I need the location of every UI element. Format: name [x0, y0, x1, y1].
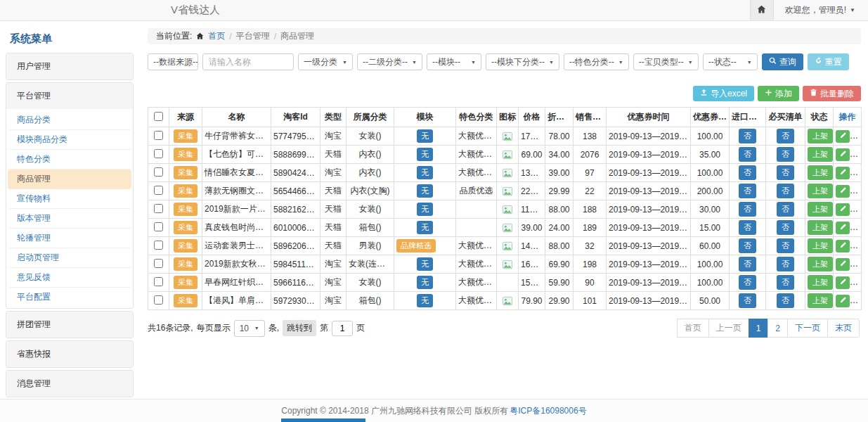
page-button[interactable]: 1: [749, 319, 769, 338]
edit-button[interactable]: [836, 148, 850, 161]
edit-button[interactable]: [836, 258, 850, 271]
row-checkbox[interactable]: [154, 149, 163, 158]
must-buy-toggle[interactable]: 否: [777, 238, 794, 253]
import-select-toggle[interactable]: 否: [739, 275, 756, 290]
import-select-toggle[interactable]: 否: [739, 184, 756, 198]
import-select-toggle[interactable]: 否: [739, 165, 756, 180]
must-buy-toggle[interactable]: 否: [777, 184, 794, 198]
filter-select[interactable]: --宝贝类型-- ▼: [633, 53, 699, 70]
batch-delete-button[interactable]: 批量删除: [803, 86, 861, 101]
jump-page-input[interactable]: [332, 321, 353, 336]
row-checkbox[interactable]: [154, 167, 163, 177]
status-toggle[interactable]: 上架: [808, 129, 833, 143]
sidebar-submenu-item[interactable]: 轮播管理: [8, 229, 131, 248]
import-select-toggle[interactable]: 否: [739, 147, 756, 162]
chevron-down-icon: ▼: [412, 60, 417, 65]
must-buy-toggle[interactable]: 否: [777, 275, 794, 290]
row-checkbox[interactable]: [154, 204, 163, 213]
import-select-toggle[interactable]: 否: [739, 220, 756, 235]
edit-button[interactable]: [836, 295, 850, 307]
must-buy-toggle[interactable]: 否: [777, 202, 794, 217]
home-button[interactable]: [750, 0, 774, 20]
status-toggle[interactable]: 上架: [808, 257, 833, 271]
row-checkbox[interactable]: [154, 259, 163, 268]
must-buy-toggle[interactable]: 否: [777, 220, 794, 235]
page-button[interactable]: 末页: [827, 319, 860, 338]
select-all-checkbox[interactable]: [154, 112, 163, 121]
edit-button[interactable]: [836, 276, 850, 289]
search-button[interactable]: 查询: [762, 53, 803, 70]
import-select-toggle[interactable]: 否: [739, 202, 756, 217]
import-select-toggle[interactable]: 否: [739, 293, 756, 308]
sidebar-submenu-item[interactable]: 模块商品分类: [8, 130, 131, 150]
sidebar-submenu-item[interactable]: 商品管理: [8, 170, 131, 189]
import-select-toggle[interactable]: 否: [739, 129, 756, 143]
sidebar-group-item[interactable]: 消息管理: [6, 371, 133, 397]
sidebar-submenu-item[interactable]: 特色分类: [8, 150, 131, 170]
status-toggle[interactable]: 上架: [808, 147, 833, 162]
icp-link[interactable]: 粤ICP备16098006号: [510, 405, 586, 417]
import-select-toggle[interactable]: 否: [739, 238, 756, 253]
status-toggle[interactable]: 上架: [808, 275, 833, 290]
page-size-select[interactable]: 10 ▼: [234, 320, 265, 337]
must-buy-toggle[interactable]: 否: [777, 293, 794, 308]
page-button[interactable]: 下一页: [787, 319, 828, 338]
row-checkbox[interactable]: [154, 186, 163, 195]
top-navbar: V省钱达人 欢迎您，管理员! ▼: [0, 0, 868, 21]
row-checkbox[interactable]: [154, 241, 163, 250]
sidebar-item-user-management[interactable]: 用户管理: [6, 53, 133, 79]
sidebar-submenu-item[interactable]: 商品分类: [8, 110, 131, 130]
status-toggle[interactable]: 上架: [808, 220, 833, 235]
sidebar-submenu-item[interactable]: 意见反馈: [8, 268, 131, 288]
jump-button[interactable]: 跳转到: [283, 320, 316, 336]
must-buy-toggle[interactable]: 否: [777, 165, 794, 180]
sidebar-submenu-item[interactable]: 启动页管理: [8, 248, 131, 268]
status-toggle[interactable]: 上架: [808, 184, 833, 198]
edit-button[interactable]: [836, 203, 850, 216]
page-button[interactable]: 上一页: [708, 319, 749, 338]
edit-button[interactable]: [836, 167, 850, 179]
filter-select[interactable]: --状态-- ▼: [703, 53, 758, 70]
sidebar-item-platform-management[interactable]: 平台管理: [6, 83, 133, 109]
filter-select[interactable]: --特色分类-- ▼: [564, 53, 629, 70]
import-excel-button[interactable]: 导入excel: [693, 86, 754, 101]
must-buy-toggle[interactable]: 否: [777, 129, 794, 143]
edit-button[interactable]: [836, 240, 850, 252]
sidebar-submenu-item[interactable]: 宣传物料: [8, 189, 131, 209]
row-checkbox[interactable]: [154, 295, 163, 305]
edit-button[interactable]: [836, 222, 850, 234]
row-checkbox[interactable]: [154, 222, 163, 231]
status-toggle[interactable]: 上架: [808, 165, 833, 180]
import-select-toggle[interactable]: 否: [739, 257, 756, 271]
breadcrumb-home-link[interactable]: 首页: [208, 30, 225, 42]
sidebar-submenu-item[interactable]: 平台配置: [8, 288, 131, 307]
must-buy-toggle[interactable]: 否: [777, 257, 794, 271]
sidebar-submenu-item[interactable]: 版本管理: [8, 209, 131, 229]
page-button[interactable]: 2: [767, 319, 788, 338]
filter-select[interactable]: --模块下分类-- ▼: [486, 53, 559, 70]
edit-button[interactable]: [836, 130, 850, 143]
status-toggle[interactable]: 上架: [808, 238, 833, 253]
add-button[interactable]: 添加: [758, 86, 799, 101]
module-cell: 无: [394, 255, 456, 274]
user-menu[interactable]: 欢迎您，管理员! ▼: [774, 4, 868, 16]
sidebar-group-item[interactable]: 省惠快报: [6, 341, 133, 367]
sidebar-group-item[interactable]: 拼团管理: [6, 312, 133, 338]
page-button[interactable]: 首页: [677, 319, 709, 338]
products-table: 来源名称淘客Id类型所属分类模块特色分类图标价格折后价销售数量优惠券时间优惠券金…: [148, 107, 862, 310]
data-source-select[interactable]: --数据来源-- ▼: [148, 53, 198, 70]
row-checkbox[interactable]: [154, 277, 163, 286]
edit-button[interactable]: [836, 185, 850, 198]
must-buy-cell: 否: [766, 237, 805, 255]
reset-button[interactable]: 重置: [808, 53, 849, 70]
filter-select[interactable]: 一级分类 ▼: [298, 53, 353, 70]
status-toggle[interactable]: 上架: [808, 202, 833, 217]
filter-select[interactable]: --模块-- ▼: [427, 53, 481, 70]
module-badge: 无: [417, 276, 433, 289]
must-buy-toggle[interactable]: 否: [777, 147, 794, 162]
filter-select[interactable]: --二级分类-- ▼: [357, 53, 422, 70]
row-checkbox[interactable]: [154, 131, 163, 140]
sales-cell: 189: [574, 219, 607, 237]
name-search-input[interactable]: [202, 53, 294, 70]
status-toggle[interactable]: 上架: [808, 293, 833, 308]
